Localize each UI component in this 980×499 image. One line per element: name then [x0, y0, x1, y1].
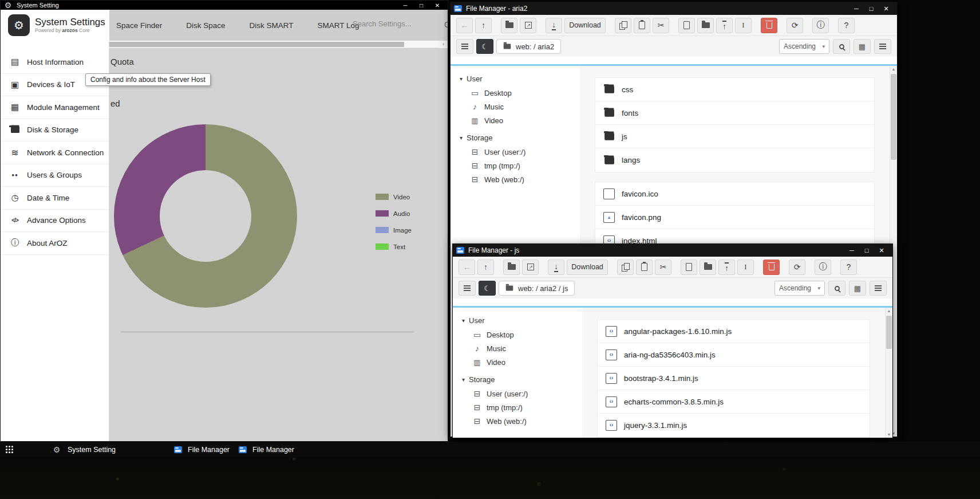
tree-group-header[interactable]: ▾ Storage — [462, 372, 582, 387]
close-button[interactable]: ✕ — [879, 2, 894, 15]
taskbar-item[interactable]: File Manager — [234, 442, 299, 457]
refresh-button[interactable]: ⟳ — [787, 18, 803, 33]
sidebar-item[interactable]: Users & Groups — [1, 164, 109, 187]
upload-button[interactable]: ↑ — [718, 260, 735, 275]
tree-group-header[interactable]: ▾ User — [460, 72, 580, 86]
open-external-button[interactable]: ↗ — [520, 18, 536, 33]
help-button[interactable]: ? — [838, 18, 855, 33]
sort-order-select[interactable]: Ascending ▾ — [779, 39, 829, 54]
tree-item[interactable]: User (user:/) — [462, 387, 582, 400]
scroll-down-arrow[interactable]: ▼ — [886, 433, 892, 437]
file-row[interactable]: js — [595, 125, 874, 148]
sidebar-item[interactable]: Date & Time — [1, 187, 109, 210]
minimize-button[interactable]: ─ — [849, 2, 864, 15]
close-button[interactable]: ✕ — [429, 1, 445, 10]
delete-button[interactable] — [763, 260, 780, 275]
tree-item[interactable]: Web (web:/) — [462, 414, 582, 428]
search-button[interactable] — [828, 281, 845, 296]
tree-group-header[interactable]: ▾ Storage — [460, 131, 580, 145]
sidebar-item[interactable]: About ArOZ — [1, 232, 109, 255]
settings-tab[interactable]: Space Finder — [116, 21, 162, 30]
new-file-button[interactable] — [678, 18, 695, 33]
file-row[interactable]: fonts — [595, 101, 874, 125]
vertical-scrollbar-thumb[interactable] — [891, 74, 896, 160]
file-row[interactable]: favicon.ico — [595, 182, 874, 206]
taskbar-item[interactable]: File Manager — [169, 442, 234, 457]
properties-button[interactable]: ⓘ — [812, 18, 829, 33]
breadcrumb[interactable]: web: / aria2 / js — [499, 281, 575, 296]
back-button[interactable]: ← — [459, 260, 475, 275]
grid-view-button[interactable]: ▦ — [853, 39, 871, 54]
sort-order-select[interactable]: Ascending ▾ — [774, 281, 825, 296]
file-row[interactable]: bootstrap-3.4.1.min.js — [598, 367, 870, 390]
rename-button[interactable]: I — [735, 18, 752, 33]
vertical-scrollbar-thumb[interactable] — [886, 316, 892, 349]
tree-item[interactable]: Desktop — [460, 86, 580, 100]
upload-button[interactable]: ↑ — [716, 18, 733, 33]
settings-tab[interactable]: Disk SMART — [250, 21, 294, 30]
maximize-button[interactable]: □ — [413, 1, 429, 10]
grid-view-button[interactable]: ▦ — [849, 281, 866, 296]
sidebar-item[interactable]: Network & Connection — [1, 142, 109, 164]
open-external-button[interactable]: ↗ — [522, 260, 539, 275]
horizontal-scrollbar-thumb[interactable] — [109, 42, 404, 47]
properties-button[interactable]: ⓘ — [815, 260, 831, 275]
up-button[interactable]: ↑ — [475, 18, 492, 33]
tree-item[interactable]: Video — [462, 355, 582, 369]
open-folder-button[interactable] — [501, 18, 517, 33]
tree-item[interactable]: Web (web:/) — [460, 172, 580, 186]
dark-mode-button[interactable]: ☾ — [476, 39, 493, 54]
file-row[interactable]: langs — [595, 148, 874, 172]
new-file-button[interactable] — [681, 260, 697, 275]
cut-button[interactable]: ✂ — [655, 260, 671, 275]
refresh-button[interactable]: ⟳ — [789, 260, 805, 275]
open-folder-button[interactable] — [503, 260, 520, 275]
breadcrumb[interactable]: web: / aria2 — [496, 39, 561, 54]
help-button[interactable]: ? — [840, 260, 857, 275]
tree-item[interactable]: Music — [462, 341, 582, 355]
tree-item[interactable]: Desktop — [462, 328, 582, 341]
tree-item[interactable]: User (user:/) — [460, 145, 580, 159]
menu-button[interactable] — [459, 281, 476, 296]
taskbar-item[interactable]: System Setting — [47, 442, 120, 457]
file-row[interactable]: aria-ng-da5356c403.min.js — [598, 343, 870, 367]
search-button[interactable] — [833, 39, 850, 54]
download-icon-button[interactable]: ↓ — [546, 18, 562, 33]
copy-button[interactable] — [615, 18, 631, 33]
tree-item[interactable]: tmp (tmp:/) — [460, 159, 580, 172]
file-row[interactable]: angular-packages-1.6.10.min.js — [598, 320, 870, 343]
file-row[interactable]: echarts-common-3.8.5.min.js — [598, 390, 870, 414]
menu-button[interactable] — [456, 39, 473, 54]
settings-tab[interactable]: Disk Space — [186, 21, 225, 30]
new-folder-button[interactable] — [697, 18, 714, 33]
tree-item[interactable]: tmp (tmp:/) — [462, 400, 582, 414]
close-button[interactable]: ✕ — [874, 244, 889, 257]
file-row[interactable]: css — [595, 78, 874, 101]
scroll-right-button[interactable]: › — [439, 41, 448, 48]
copy-button[interactable] — [617, 260, 634, 275]
scroll-up-arrow[interactable]: ▲ — [890, 67, 897, 71]
paste-button[interactable] — [636, 260, 653, 275]
list-view-button[interactable] — [874, 39, 891, 54]
app-launcher-grid-icon[interactable] — [6, 446, 14, 453]
file-row[interactable]: jquery-3.3.1.min.js — [598, 414, 870, 437]
dark-mode-button[interactable]: ☾ — [479, 281, 496, 296]
minimize-button[interactable]: ─ — [844, 244, 859, 257]
rename-button[interactable]: I — [737, 260, 754, 275]
tree-item[interactable]: Video — [460, 113, 580, 127]
sidebar-item[interactable]: Host Information — [1, 51, 109, 74]
sidebar-item[interactable]: Disk & Storage — [1, 119, 109, 142]
tree-item[interactable]: Music — [460, 100, 580, 113]
list-view-button[interactable] — [870, 281, 887, 296]
sidebar-item[interactable]: Module Management — [1, 96, 109, 119]
maximize-button[interactable]: □ — [859, 244, 874, 257]
paste-button[interactable] — [634, 18, 650, 33]
download-icon-button[interactable]: ↓ — [548, 260, 564, 275]
minimize-button[interactable]: ─ — [397, 1, 413, 10]
scroll-up-arrow[interactable]: ▲ — [886, 309, 892, 313]
new-folder-button[interactable] — [700, 260, 716, 275]
cut-button[interactable]: ✂ — [653, 18, 669, 33]
settings-search-input[interactable] — [353, 19, 420, 28]
back-button[interactable]: ← — [456, 18, 473, 33]
delete-button[interactable] — [761, 18, 777, 33]
